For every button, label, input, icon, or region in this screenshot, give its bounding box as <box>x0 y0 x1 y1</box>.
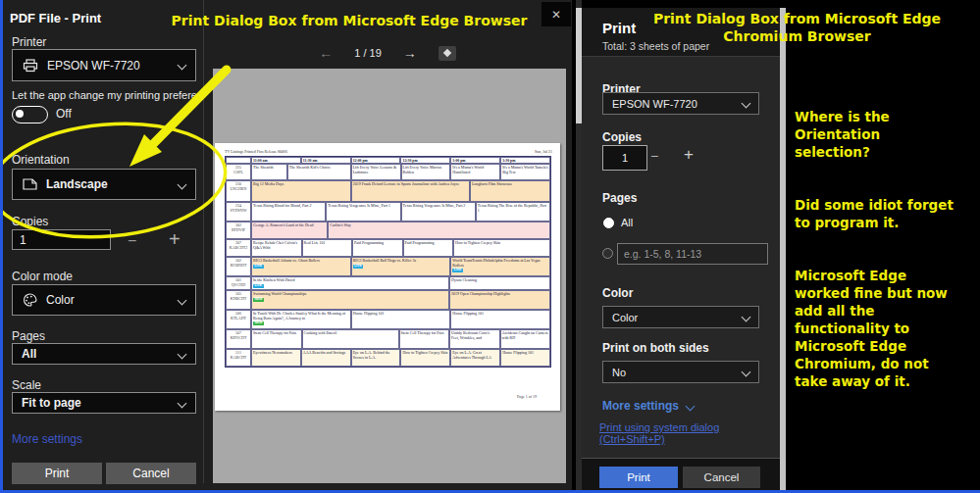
printer-dropdown[interactable]: EPSON WF-7720 <box>12 49 196 81</box>
color-mode-value: Color <box>46 293 75 307</box>
tv-badge: NEW <box>253 298 264 302</box>
tv-row: 505 KNBCDTSwimming World ChampionshipsNE… <box>226 290 550 310</box>
note-idiot: Did some idiot forget to program it. <box>795 196 976 231</box>
tv-table: 11:00 am11:30 am12:00 pm12:30 pm1:00 pm1… <box>225 156 551 368</box>
tv-program-cell: BIG3 Basketball Atlanta vs. Ghost Baller… <box>251 257 351 276</box>
copies-plus-button[interactable]: + <box>169 228 181 251</box>
note-orientation-question: Where is the Orientation selection? <box>795 108 976 161</box>
scale-dropdown[interactable]: Fit to page <box>12 392 196 414</box>
more-settings-link[interactable]: More settings <box>602 399 695 413</box>
dialog-scrollbar[interactable] <box>780 8 786 493</box>
previous-page-icon[interactable]: ← <box>319 45 333 61</box>
next-page-icon[interactable]: → <box>403 45 417 61</box>
app-preference-label: Let the app change my printing preferenc… <box>12 89 200 101</box>
document-date: Sun, Jul 21 <box>535 149 552 154</box>
tv-channel-corner <box>226 157 251 164</box>
scale-value: Fit to page <box>22 396 81 410</box>
tv-time-cell: 1:00 pm <box>450 157 500 164</box>
system-dialog-link[interactable]: Print using system dialog (Ctrl+Shift+P) <box>599 421 780 445</box>
pages-dropdown[interactable]: All <box>12 343 196 365</box>
color-dropdown[interactable]: Color <box>602 306 759 328</box>
print-button[interactable]: Print <box>599 467 678 488</box>
both-sides-dropdown[interactable]: No <box>602 361 759 383</box>
tv-channel-cell: 234 SYDSNW <box>226 202 251 222</box>
chevron-down-icon <box>178 350 186 359</box>
tv-row: 307 KABCDT2Recipe Rehab Chef Calvin's Q&… <box>226 239 550 257</box>
tv-program-cell: Cooking with Emeril <box>302 329 399 349</box>
orientation-dropdown[interactable]: Landscape <box>12 169 196 200</box>
pages-all-radio[interactable] <box>603 218 614 228</box>
tv-program-cell: Texas Rising Blood for Blood, Part 2 <box>251 202 326 222</box>
close-button[interactable]: ✕ <box>542 2 571 26</box>
tv-channel-cell: 511 KABCDT <box>226 349 251 367</box>
document-header: TV Listings Printed Fios Release 80066 S… <box>225 149 552 154</box>
app-preference-toggle[interactable] <box>12 106 48 123</box>
tv-program-cell: Carlito's Way <box>328 222 550 239</box>
tv-program-cell: Texas Rising The Rise of the Republic, P… <box>476 202 550 222</box>
preview-pagination: ← 1 / 19 → <box>203 43 572 63</box>
pages-range-radio[interactable] <box>602 248 613 259</box>
tv-channel-cell: 230 LNGHRN <box>226 180 251 202</box>
tv-time-cell: 12:00 pm <box>351 157 401 164</box>
copies-minus-button[interactable]: − <box>128 232 136 250</box>
orientation-label: Orientation <box>12 153 70 167</box>
tv-program-cell: It's a Mama's World Humiliated <box>450 164 500 180</box>
tv-program-cell: Big 12 Media Days <box>251 180 351 202</box>
more-settings-link[interactable]: More settings <box>12 432 82 446</box>
tv-program-cell: In the Kitchen With DavidLIVE <box>251 276 449 290</box>
pages-range-input[interactable] <box>617 243 768 265</box>
tv-row: 511 KABCDTEyewitness NewsmakersAAA Benef… <box>226 349 550 367</box>
chevron-down-icon <box>742 368 750 376</box>
tv-program-cell: BIG3 Basketball Ball Hogs vs. Killer 3sL… <box>351 257 451 276</box>
tv-program-cell: Stem Cell Therapy for Pain <box>251 329 302 349</box>
right-annotation-title: Print Dialog Box from Microsoft Edge Chr… <box>628 10 966 45</box>
tv-program-cell: 2019 Frank Deford Lecture in Sports Jour… <box>351 180 470 202</box>
tv-row: 225 GSPLThe ShearithThe Shearith Kid's C… <box>226 164 550 180</box>
tv-program-cell: Eye on L.A. Behind the Scenes in L.A. <box>351 349 401 367</box>
pages-label: Pages <box>602 191 637 205</box>
tv-program-cell: Recipe Rehab Chef Calvin's Q&A With <box>251 239 302 257</box>
landscape-page-icon <box>23 178 37 190</box>
cancel-button[interactable]: Cancel <box>106 463 196 484</box>
chevron-down-icon <box>178 296 186 305</box>
chevron-down-icon <box>178 399 186 408</box>
tv-badge: LIVE <box>353 265 364 269</box>
tv-channel-cell: 302 RTDVIP <box>226 222 251 239</box>
tv-channel-cell: 307 KABCDT2 <box>226 239 251 257</box>
tv-program-cell: Paid Programming <box>403 239 454 257</box>
color-mode-dropdown[interactable]: Color <box>12 284 196 316</box>
border-left <box>0 0 3 493</box>
scale-label: Scale <box>12 378 41 392</box>
tv-program-cell: How to Tighten Crepey Skin <box>453 239 550 257</box>
copies-input[interactable] <box>12 229 111 250</box>
tv-program-cell: Paid Programming <box>352 239 403 257</box>
tv-time-cell: 11:30 am <box>301 157 351 164</box>
screenshot-root: PDF File - Print ✕ Printer EPSON WF-7720… <box>0 0 980 493</box>
close-icon: ✕ <box>551 8 561 22</box>
tv-header-row: 11:00 am11:30 am12:00 pm12:30 pm1:00 pm1… <box>226 157 550 164</box>
tv-badge: NEW <box>253 321 264 325</box>
more-settings-label: More settings <box>602 399 679 413</box>
tv-program-cell: Accidents Caught on Camera with RD <box>500 329 551 349</box>
page-indicator: 1 / 19 <box>354 47 382 59</box>
print-button[interactable]: Print <box>12 463 102 484</box>
palette-icon <box>23 293 37 307</box>
tv-program-cell: How to Tighten Crepey Skin <box>400 349 450 367</box>
tv-time-cell: 1:30 pm <box>500 157 550 164</box>
fit-to-page-icon[interactable] <box>438 46 456 61</box>
page-footer: Page 1 of 19 <box>517 394 537 399</box>
printer-dropdown[interactable]: EPSON WF-7720 <box>602 92 759 115</box>
tv-program-cell: House Flipping 101 <box>450 310 550 329</box>
tv-program-cell: In Touch With Dr. Charles Stanley What I… <box>251 310 351 329</box>
cancel-button[interactable]: Cancel <box>683 467 760 488</box>
copies-input[interactable] <box>602 145 647 171</box>
chevron-down-icon <box>178 61 186 70</box>
printer-value: EPSON WF-7720 <box>47 59 140 73</box>
document-title: TV Listings Printed Fios Release 80066 <box>225 149 287 154</box>
tv-program-cell: George A. Romero's Land of the Dead <box>251 222 328 239</box>
copies-label: Copies <box>12 215 48 228</box>
tv-program-cell: Lift Every Voice Marcus Bolden <box>401 164 451 180</box>
copies-plus-button[interactable]: + <box>684 145 694 165</box>
copies-minus-button[interactable]: − <box>650 148 658 164</box>
tv-program-cell: 2019 Open Championship Highlights <box>449 290 550 310</box>
